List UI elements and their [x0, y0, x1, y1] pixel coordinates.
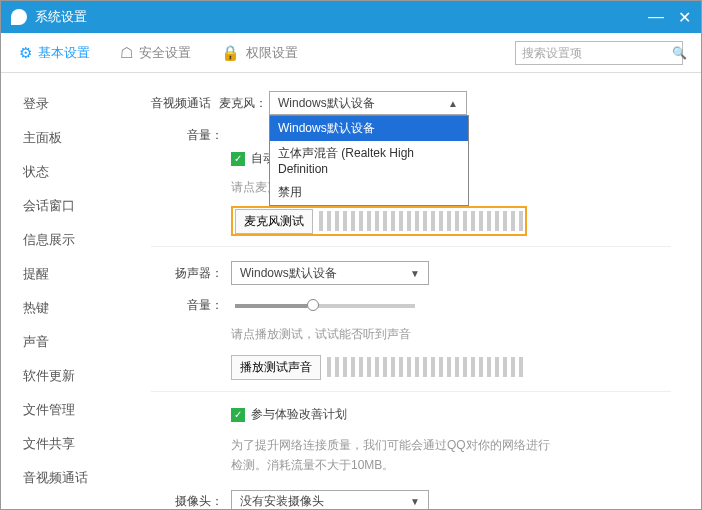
mic-option-1[interactable]: 立体声混音 (Realtek High Definition [270, 141, 468, 180]
close-button[interactable]: ✕ [678, 8, 691, 27]
divider [151, 246, 671, 247]
tab-permission[interactable]: 🔒 权限设置 [221, 44, 298, 62]
mic-dropdown: Windows默认设备 立体声混音 (Realtek High Definiti… [269, 115, 469, 206]
mic-label: 麦克风： [219, 95, 267, 112]
improve-hint-text: 为了提升网络连接质量，我们可能会通过QQ对你的网络进行检测。消耗流量不大于10M… [231, 435, 561, 476]
mic-option-2[interactable]: 禁用 [270, 180, 468, 205]
volume-label: 音量： [151, 127, 223, 144]
sidebar-item-status[interactable]: 状态 [23, 155, 141, 189]
search-icon: 🔍 [672, 46, 687, 60]
speaker-hint-text: 请点播放测试，试试能否听到声音 [231, 326, 671, 343]
tab-permission-label: 权限设置 [246, 44, 298, 62]
speaker-select-value: Windows默认设备 [240, 265, 337, 282]
sidebar-item-alert[interactable]: 提醒 [23, 257, 141, 291]
section-label: 音视频通话 [151, 95, 211, 112]
mic-option-0[interactable]: Windows默认设备 [270, 116, 468, 141]
sidebar-item-fileshare[interactable]: 文件共享 [23, 427, 141, 461]
speaker-label: 扬声器： [151, 265, 223, 282]
improve-checkbox[interactable]: ✓ [231, 408, 245, 422]
speaker-test-button[interactable]: 播放测试声音 [231, 355, 321, 380]
sidebar-item-filemgr[interactable]: 文件管理 [23, 393, 141, 427]
sidebar-item-update[interactable]: 软件更新 [23, 359, 141, 393]
speaker-level-meter [327, 357, 527, 377]
window-title: 系统设置 [35, 8, 634, 26]
camera-label: 摄像头： [151, 493, 223, 509]
mic-select-value: Windows默认设备 [278, 95, 375, 112]
sidebar-item-session[interactable]: 会话窗口 [23, 189, 141, 223]
titlebar: 系统设置 — ✕ [1, 1, 701, 33]
speaker-volume-slider[interactable] [235, 304, 415, 308]
tab-basic[interactable]: ⚙ 基本设置 [19, 44, 90, 62]
app-logo-icon [11, 9, 27, 25]
speaker-select[interactable]: Windows默认设备 ▼ [231, 261, 429, 285]
chevron-down-icon: ▼ [410, 268, 420, 279]
tab-security[interactable]: ☖ 安全设置 [120, 44, 191, 62]
search-input[interactable] [522, 46, 672, 60]
sidebar-item-login[interactable]: 登录 [23, 87, 141, 121]
content-pane: 音视频通话 麦克风： Windows默认设备 ▲ Windows默认设备 立体声… [141, 73, 701, 509]
shield-icon: ☖ [120, 44, 133, 62]
tab-security-label: 安全设置 [139, 44, 191, 62]
camera-select-value: 没有安装摄像头 [240, 493, 324, 509]
chevron-up-icon: ▲ [448, 98, 458, 109]
auto-checkbox[interactable]: ✓ [231, 152, 245, 166]
speaker-test-container: 播放测试声音 [231, 353, 527, 381]
tab-row: ⚙ 基本设置 ☖ 安全设置 🔒 权限设置 🔍 [1, 33, 701, 73]
mic-test-button[interactable]: 麦克风测试 [235, 209, 313, 234]
mic-test-container: 麦克风测试 [231, 206, 527, 236]
sidebar-item-mainpanel[interactable]: 主面板 [23, 121, 141, 155]
mic-select[interactable]: Windows默认设备 ▲ Windows默认设备 立体声混音 (Realtek… [269, 91, 467, 115]
chevron-down-icon: ▼ [410, 496, 420, 507]
sidebar-item-info[interactable]: 信息展示 [23, 223, 141, 257]
improve-label: 参与体验改善计划 [251, 406, 347, 423]
sidebar-item-hotkey[interactable]: 热键 [23, 291, 141, 325]
sidebar-item-av[interactable]: 音视频通话 [23, 461, 141, 495]
mic-level-meter [319, 211, 523, 231]
lock-icon: 🔒 [221, 44, 240, 62]
camera-select[interactable]: 没有安装摄像头 ▼ [231, 490, 429, 509]
sidebar: 登录 主面板 状态 会话窗口 信息展示 提醒 热键 声音 软件更新 文件管理 文… [1, 73, 141, 509]
divider-2 [151, 391, 671, 392]
minimize-button[interactable]: — [648, 8, 664, 26]
search-box[interactable]: 🔍 [515, 41, 683, 65]
tab-basic-label: 基本设置 [38, 44, 90, 62]
speaker-volume-label: 音量： [151, 297, 223, 314]
gear-icon: ⚙ [19, 44, 32, 62]
sidebar-item-sound[interactable]: 声音 [23, 325, 141, 359]
